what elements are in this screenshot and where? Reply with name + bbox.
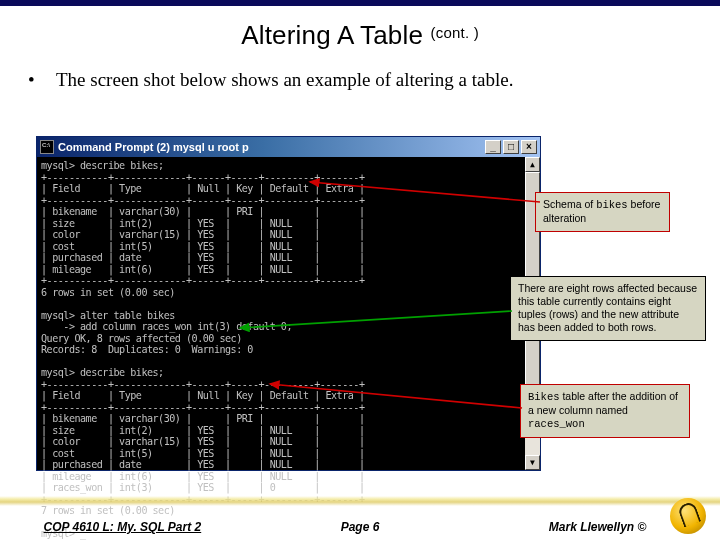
screenshot-wrap: Command Prompt (2) mysql u root p _ □ × … xyxy=(36,136,546,476)
terminal-output: mysql> describe bikes; +-----------+----… xyxy=(37,157,540,470)
footer-left: COP 4610 L: My. SQL Part 2 xyxy=(0,520,245,534)
cmd-icon xyxy=(40,140,54,154)
callout-schema-after: Bikes table after the addition of a new … xyxy=(520,384,690,438)
window-titlebar: Command Prompt (2) mysql u root p _ □ × xyxy=(37,137,540,157)
bullet-row: •The screen shot below shows an example … xyxy=(28,69,692,91)
minimize-button[interactable]: _ xyxy=(485,140,501,154)
maximize-button[interactable]: □ xyxy=(503,140,519,154)
close-button[interactable]: × xyxy=(521,140,537,154)
callout-rows-affected: There are eight rows affected because th… xyxy=(510,276,706,341)
ucf-logo-icon xyxy=(670,498,706,534)
slide-footer: COP 4610 L: My. SQL Part 2 Page 6 Mark L… xyxy=(0,506,720,540)
bullet-marker: • xyxy=(28,69,56,91)
window-title: Command Prompt (2) mysql u root p xyxy=(58,141,249,153)
scroll-down-arrow[interactable]: ▼ xyxy=(525,455,540,470)
scroll-up-arrow[interactable]: ▲ xyxy=(525,157,540,172)
title-cont: (cont. ) xyxy=(431,24,479,41)
title-main: Altering A Table xyxy=(241,20,423,50)
footer-separator xyxy=(0,496,720,506)
slide-title: Altering A Table (cont. ) xyxy=(0,20,720,51)
command-prompt-window: Command Prompt (2) mysql u root p _ □ × … xyxy=(36,136,541,471)
callout-schema-before: Schema of bikes before alteration xyxy=(535,192,670,232)
bullet-text: The screen shot below shows an example o… xyxy=(56,69,513,90)
footer-page: Page 6 xyxy=(245,520,475,534)
